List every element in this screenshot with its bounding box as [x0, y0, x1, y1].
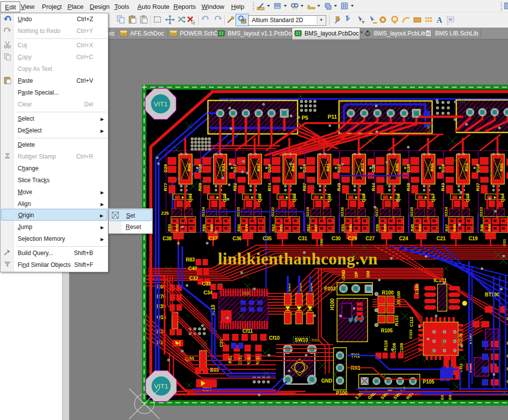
svg-text:C33: C33 — [202, 281, 211, 287]
svg-text:P5: P5 — [302, 115, 308, 121]
svg-text:R81: R81 — [326, 163, 331, 171]
svg-text:C30: C30 — [332, 236, 341, 241]
svg-text:VIT1: VIT1 — [154, 100, 168, 108]
svg-text:R86: R86 — [202, 224, 206, 231]
svg-text:Q22: Q22 — [292, 194, 297, 202]
svg-text:R89: R89 — [198, 183, 203, 191]
svg-text:SW10: SW10 — [295, 337, 308, 343]
svg-text:C27: C27 — [366, 236, 375, 241]
svg-text:R48: R48 — [452, 224, 457, 231]
svg-text:Q25: Q25 — [257, 194, 262, 202]
svg-text:P100: P100 — [336, 390, 348, 396]
svg-text:C36: C36 — [233, 236, 242, 241]
svg-text:D30: D30 — [406, 164, 411, 172]
svg-text:C21: C21 — [437, 236, 446, 241]
svg-text:A: A — [437, 16, 442, 24]
svg-text:R93: R93 — [167, 224, 171, 231]
svg-text:R62: R62 — [271, 224, 275, 231]
svg-text:D29: D29 — [163, 164, 168, 172]
svg-text:R44: R44 — [487, 224, 492, 231]
svg-text:U10: U10 — [440, 339, 445, 347]
svg-text:R61: R61 — [306, 224, 310, 231]
svg-text:GND: GND — [321, 378, 332, 384]
svg-text:C109: C109 — [399, 343, 404, 354]
svg-text:R59: R59 — [383, 224, 387, 231]
svg-text:DZ16: DZ16 — [340, 207, 344, 217]
svg-text:R46: R46 — [479, 224, 484, 231]
svg-text:C19: C19 — [469, 236, 478, 241]
svg-text:D18: D18 — [475, 164, 480, 172]
svg-text:C105: C105 — [414, 283, 419, 294]
svg-text:C29: C29 — [348, 236, 357, 241]
svg-text:R57: R57 — [314, 224, 318, 231]
svg-text:Q19: Q19 — [361, 194, 366, 202]
svg-text:R96: R96 — [187, 163, 192, 171]
svg-text:R110: R110 — [383, 340, 388, 351]
svg-text:R56: R56 — [348, 224, 353, 231]
svg-text:VIT1: VIT1 — [154, 383, 169, 390]
svg-text:Cf11: Cf11 — [242, 328, 253, 334]
svg-text:Z25: Z25 — [161, 211, 169, 216]
svg-text:R97: R97 — [256, 163, 261, 171]
svg-text:D21: D21 — [371, 164, 376, 172]
svg-text:C38: C38 — [163, 236, 172, 241]
svg-text:D26: D26 — [267, 164, 272, 172]
svg-text:R37: R37 — [475, 183, 480, 191]
svg-text:R82: R82 — [233, 183, 237, 191]
svg-text:R86: R86 — [395, 163, 400, 171]
svg-text:R43: R43 — [440, 183, 445, 191]
svg-text:R49: R49 — [337, 183, 341, 191]
svg-text:Q31: Q31 — [188, 194, 193, 202]
svg-text:R53: R53 — [340, 224, 345, 231]
svg-text:R77: R77 — [163, 183, 168, 191]
svg-text:R73: R73 — [360, 163, 365, 171]
svg-text:R44: R44 — [371, 183, 376, 191]
svg-text:R87: R87 — [302, 183, 307, 191]
svg-text:C37: C37 — [208, 236, 218, 241]
svg-text:DZ13: DZ13 — [479, 207, 483, 217]
svg-text:DZ19: DZ19 — [305, 207, 310, 217]
svg-text:C110: C110 — [408, 329, 413, 339]
svg-text:C34: C34 — [203, 290, 213, 295]
svg-text:D22: D22 — [337, 164, 341, 172]
svg-text:Q21: Q21 — [327, 194, 332, 202]
svg-text:R55: R55 — [430, 163, 435, 171]
svg-text:Q28: Q28 — [222, 194, 227, 202]
svg-text:BT100: BT100 — [485, 292, 500, 297]
svg-text:R55: R55 — [418, 224, 422, 231]
svg-text:P11: P11 — [328, 114, 337, 120]
svg-text:C108: C108 — [392, 343, 397, 354]
svg-text:R79: R79 — [244, 224, 249, 231]
svg-text:R51: R51 — [279, 224, 283, 231]
svg-text:DZ15: DZ15 — [409, 207, 414, 217]
svg-text:DP: DP — [354, 271, 359, 278]
svg-text:D28: D28 — [198, 164, 203, 172]
svg-text:C40: C40 — [188, 266, 198, 271]
svg-text:R103: R103 — [394, 315, 399, 326]
svg-text:GND: GND — [341, 270, 346, 280]
svg-text:R78: R78 — [175, 224, 179, 231]
svg-text:R88: R88 — [209, 224, 214, 231]
svg-text:R100: R100 — [382, 290, 394, 295]
svg-text:C112: C112 — [409, 317, 414, 327]
svg-text:R47: R47 — [444, 224, 449, 231]
svg-text:C32: C32 — [189, 276, 199, 281]
svg-text:H100: H100 — [330, 298, 335, 310]
svg-text:R45: R45 — [410, 224, 414, 231]
svg-text:Q17: Q17 — [431, 194, 436, 202]
svg-text:R105: R105 — [381, 328, 393, 333]
svg-text:Cf10: Cf10 — [269, 335, 280, 341]
svg-text:D19: D19 — [440, 164, 445, 172]
svg-text:P105: P105 — [423, 379, 435, 385]
svg-text:D27: D27 — [233, 164, 237, 172]
svg-text:C35: C35 — [263, 236, 272, 241]
svg-text:R83: R83 — [186, 257, 195, 262]
svg-text:Q14: Q14 — [500, 194, 505, 202]
svg-text:888: 888 — [242, 291, 250, 296]
svg-text:R74: R74 — [267, 183, 272, 191]
svg-text:linhkienthanhcong.vn: linhkienthanhcong.vn — [218, 250, 378, 268]
svg-text:D25: D25 — [302, 164, 307, 172]
svg-text:C31: C31 — [298, 236, 307, 241]
svg-text:P103: P103 — [324, 286, 336, 291]
svg-text:DM: DM — [366, 271, 371, 278]
